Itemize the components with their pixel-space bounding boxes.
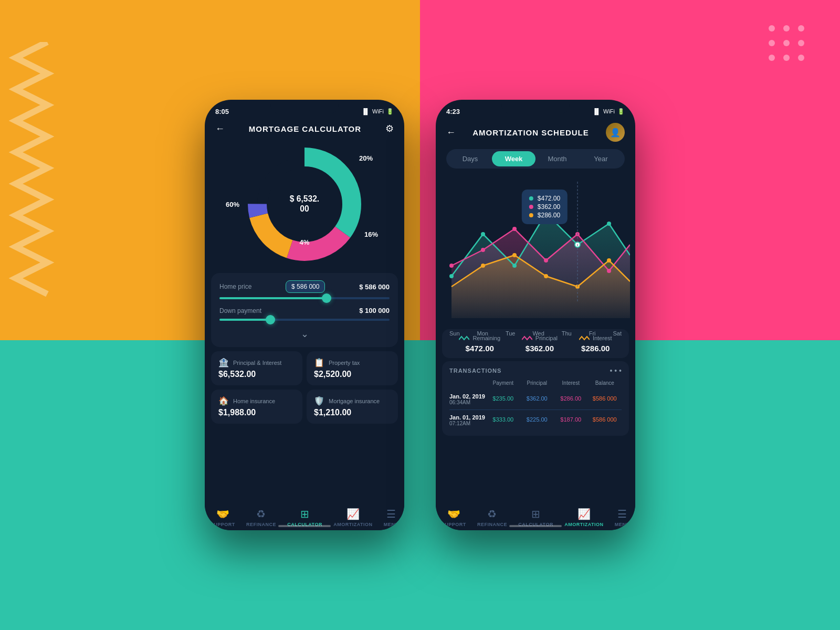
tab-year[interactable]: Year: [579, 151, 623, 166]
donut-svg: $ 6,532. 00: [242, 141, 368, 267]
tx2-payment-col: $333.00: [486, 414, 520, 424]
nav-calculator-left[interactable]: ⊞ CALCULATOR: [287, 508, 322, 527]
principal-value: $6,532.00: [218, 370, 295, 379]
tx2-principal: $225.00: [527, 416, 548, 423]
home-ins-value: $1,988.00: [218, 408, 295, 417]
donut-label-4: 4%: [300, 238, 310, 246]
nav-support-left[interactable]: 🤝 SUPPORT: [211, 508, 235, 527]
svg-point-13: [607, 222, 611, 226]
menu-icon-left: ☰: [386, 508, 396, 520]
nav-refinance-left[interactable]: ♻ REFINANCE: [246, 508, 276, 527]
tx2-date: Jan. 01, 2019: [449, 414, 486, 421]
header-title-left: MORTGAGE CALCULATOR: [249, 124, 361, 133]
amortization-icon-right: 📈: [578, 508, 591, 520]
donut-label-16: 16%: [364, 230, 378, 238]
nav-refinance-right[interactable]: ♻ REFINANCE: [477, 508, 507, 527]
tx-col-balance-h: Balance: [588, 380, 622, 386]
x-label-mon: Mon: [477, 330, 488, 337]
wifi-icon: WiFi: [372, 108, 384, 114]
signal-icon-right: ▐▌: [592, 108, 601, 114]
battery-icon-right: 🔋: [617, 108, 625, 115]
home-indicator-right: [509, 525, 562, 527]
tx2-date-col: Jan. 01, 2019 07:12AM: [449, 414, 486, 426]
nav-calculator-right[interactable]: ⊞ CALCULATOR: [518, 508, 553, 527]
nav-amortization-right[interactable]: 📈 AMORTIZATION: [564, 508, 603, 527]
tx1-date-col: Jan. 02, 2019 06:34AM: [449, 393, 486, 405]
principal-label: Principal & Interest: [233, 360, 281, 366]
menu-label-left: MENU: [384, 522, 399, 527]
wifi-icon-right: WiFi: [603, 108, 615, 114]
phone-right: 4:23 ▐▌ WiFi 🔋 ← AMORTIZATION SCHEDULE 👤…: [436, 100, 635, 530]
header-right: ← AMORTIZATION SCHEDULE 👤: [436, 119, 635, 146]
svg-point-19: [607, 269, 611, 273]
down-payment-slider[interactable]: [219, 319, 390, 321]
tx2-principal-col: $225.00: [520, 414, 554, 424]
mortgage-ins-label: Mortgage insurance: [329, 398, 380, 404]
tooltip-value-1: $472.00: [538, 195, 560, 202]
filter-icon-left[interactable]: ⚙: [385, 123, 394, 134]
tab-month[interactable]: Month: [536, 151, 579, 166]
expand-icon[interactable]: ⌄: [219, 328, 390, 340]
slider-thumb-1[interactable]: [322, 293, 331, 303]
tooltip-row-1: $472.00: [529, 195, 560, 202]
tooltip-row-3: $286.00: [529, 212, 560, 219]
tab-week[interactable]: Week: [492, 151, 536, 166]
tx1-date: Jan. 02, 2019: [449, 393, 486, 400]
mortgage-ins-value: $1,210.00: [314, 408, 391, 417]
chart-area: $472.00 $362.00 $286.00: [441, 174, 630, 326]
transactions-more-icon[interactable]: • • •: [610, 366, 622, 375]
svg-point-20: [481, 264, 485, 268]
tax-label: Property tax: [329, 360, 360, 366]
donut-label-60: 60%: [226, 201, 239, 208]
nav-menu-right[interactable]: ☰ MENU: [615, 508, 630, 527]
svg-text:$ 6,532.: $ 6,532.: [290, 194, 319, 203]
tx1-payment: $235.00: [492, 395, 513, 402]
svg-point-24: [607, 258, 611, 262]
tx1-time: 06:34AM: [449, 400, 486, 405]
chart-x-labels: Sun Mon Tue Wed Thu Fri Sat: [441, 328, 630, 339]
avatar: 👤: [606, 123, 625, 142]
stat-card-principal: 🏦 Principal & Interest $6,532.00: [211, 351, 302, 385]
tx2-interest: $187.00: [560, 416, 581, 423]
home-price-slider[interactable]: [219, 297, 390, 299]
donut-label-20: 20%: [359, 154, 373, 162]
home-price-badge[interactable]: $ 586 000: [286, 280, 325, 293]
nav-amortization-left[interactable]: 📈 AMORTIZATION: [333, 508, 372, 527]
tooltip-value-3: $286.00: [538, 212, 560, 219]
home-price-label: Home price: [219, 283, 251, 290]
svg-point-16: [512, 227, 517, 231]
svg-point-8: [449, 274, 454, 278]
tx-col-principal-h: Principal: [520, 380, 554, 386]
tab-days[interactable]: Days: [448, 151, 492, 166]
form-section: Home price $ 586 000 $ 586 000 Down paym…: [211, 273, 398, 347]
tx2-payment: $333.00: [492, 416, 513, 423]
tx1-principal-col: $362.00: [520, 393, 554, 403]
svg-point-10: [512, 264, 517, 268]
x-label-sat: Sat: [613, 330, 622, 337]
tx1-interest: $286.00: [560, 395, 581, 402]
mortgage-ins-icon: 🛡️: [314, 396, 324, 406]
tooltip-dot-3: [529, 213, 533, 217]
amortization-icon-left: 📈: [346, 508, 360, 520]
slider-thumb-2[interactable]: [266, 315, 275, 324]
calculator-icon: ⊞: [300, 508, 309, 520]
svg-point-21: [512, 253, 517, 257]
time-left: 8:05: [215, 108, 229, 116]
down-payment-label: Down payment: [219, 307, 261, 314]
support-label: SUPPORT: [211, 522, 235, 527]
chart-tooltip: $472.00 $362.00 $286.00: [522, 190, 568, 224]
back-button-right[interactable]: ←: [446, 127, 456, 138]
tx1-balance: $586 000: [593, 395, 617, 402]
refinance-label-right: REFINANCE: [477, 522, 507, 527]
phones-container: 8:05 ▐▌ WiFi 🔋 ← MORTGAGE CALCULATOR ⚙: [0, 0, 840, 630]
home-price-value: $ 586 000: [359, 283, 390, 291]
principal-legend-amount: $362.00: [526, 344, 554, 353]
period-tabs: Days Week Month Year: [446, 149, 625, 169]
nav-support-right[interactable]: 🤝 SUPPORT: [442, 508, 466, 527]
back-button-left[interactable]: ←: [215, 123, 225, 134]
nav-menu-left[interactable]: ☰ MENU: [384, 508, 399, 527]
tooltip-row-2: $362.00: [529, 203, 560, 211]
tx1-interest-col: $286.00: [554, 393, 588, 403]
tooltip-dot-2: [529, 205, 533, 209]
x-label-wed: Wed: [532, 330, 544, 337]
